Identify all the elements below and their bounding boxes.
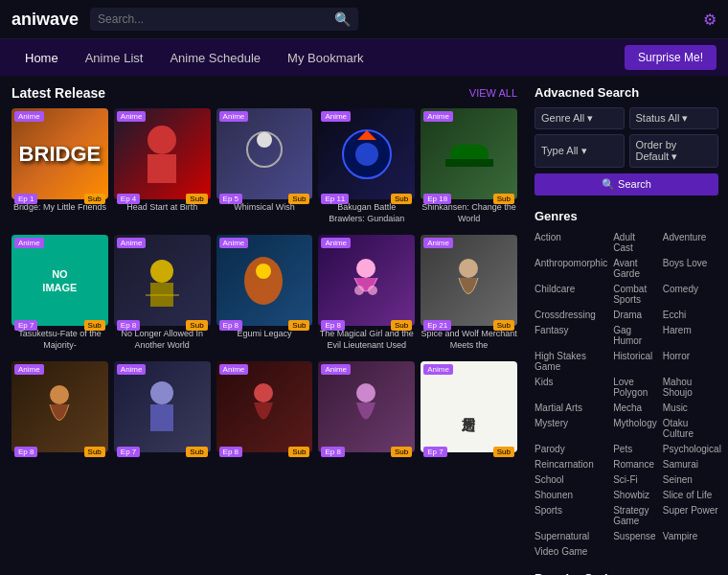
genre-item-vampire[interactable]: Vampire <box>663 530 721 542</box>
anime-card-nolonger[interactable]: Anime Ep 8 Sub No Longer Allowed In Anot… <box>114 235 211 352</box>
genre-item-adult-cast[interactable]: Adult Cast <box>613 231 657 254</box>
genre-item-seinen[interactable]: Seinen <box>663 473 721 486</box>
genre-item-video-game[interactable]: Video Game <box>535 545 607 558</box>
anime-card-spice[interactable]: Anime Ep 21 Sub Spice and Wolf Merchant … <box>421 235 517 352</box>
genre-item-music[interactable]: Music <box>663 402 721 414</box>
genre-item-suspense[interactable]: Suspense <box>613 530 657 542</box>
card-title: Shinkansen: Change the World <box>421 202 517 225</box>
anime-card-egumi[interactable]: Anime Ep 8 Sub Egumi Legacy <box>216 235 313 352</box>
genre-item-shounen[interactable]: Shounen <box>535 489 607 501</box>
badge-anime: Anime <box>219 111 249 122</box>
badge-ep: Ep 8 <box>14 447 37 457</box>
genre-item-anthropomorphic[interactable]: Anthropomorphic <box>535 257 607 280</box>
genre-item-horror[interactable]: Horror <box>663 350 721 373</box>
genre-item-super-power[interactable]: Super Power <box>663 504 721 527</box>
badge-anime: Anime <box>423 364 453 375</box>
genre-item-mystery[interactable]: Mystery <box>535 417 607 440</box>
anime-card-r3[interactable]: Anime Ep 8 Sub <box>216 361 313 478</box>
genre-item-otaku-culture[interactable]: Otaku Culture <box>663 417 721 440</box>
surprise-button[interactable]: Surprise Me! <box>625 45 717 70</box>
genre-item-historical[interactable]: Historical <box>613 350 657 373</box>
order-select[interactable]: Order by Default ▾ <box>629 134 719 168</box>
genre-item-mythology[interactable]: Mythology <box>613 417 657 440</box>
svg-point-19 <box>254 383 273 402</box>
search-bar[interactable]: 🔍 <box>90 8 358 31</box>
genre-item-drama[interactable]: Drama <box>613 309 657 321</box>
svg-point-20 <box>356 383 375 402</box>
genre-item-comedy[interactable]: Comedy <box>663 283 721 306</box>
view-all-link[interactable]: VIEW ALL <box>469 87 517 99</box>
genre-item-love-polygon[interactable]: Love Polygon <box>613 376 657 399</box>
genre-item-supernatural[interactable]: Supernatural <box>535 530 607 542</box>
genre-item-avant-garde[interactable]: Avant Garde <box>613 257 657 280</box>
genre-item-adventure[interactable]: Adventure <box>663 231 721 254</box>
anime-card-whimsical[interactable]: Anime Ep 5 Sub Whimsical Wish <box>216 108 313 225</box>
badge-sub: Sub <box>186 194 207 204</box>
anime-card-bridge[interactable]: BRIDGE Anime Ep 1 Sub Bridge: My Little … <box>11 108 108 225</box>
genre-item-fantasy[interactable]: Fantasy <box>535 324 607 347</box>
genre-item-samurai[interactable]: Samurai <box>663 458 721 471</box>
card-title <box>421 455 517 478</box>
genre-item-crossdressing[interactable]: Crossdressing <box>535 309 607 321</box>
latest-release-header: Latest Release VIEW ALL <box>11 85 517 101</box>
nav-home[interactable]: Home <box>11 41 72 75</box>
anime-card-shinkansen[interactable]: Anime Ep 18 Sub Shinkansen: Change the W… <box>421 108 517 225</box>
badge-sub: Sub <box>288 320 309 331</box>
anime-card-r5[interactable]: 周芝居 Anime Ep 7 Sub <box>421 361 517 478</box>
genre-item-pets[interactable]: Pets <box>613 443 657 455</box>
genre-item-kids[interactable]: Kids <box>535 376 607 399</box>
anime-card-bakugan[interactable]: Anime Ep 11 Sub Bakugan Battle Brawlers:… <box>318 108 415 225</box>
anime-card-r2[interactable]: Anime Ep 7 Sub <box>114 361 211 478</box>
type-select[interactable]: Type All ▾ <box>535 134 625 168</box>
card-title <box>216 455 313 478</box>
settings-icon[interactable]: ⚙ <box>703 11 717 29</box>
genre-item-mecha[interactable]: Mecha <box>613 402 657 414</box>
badge-ep: Ep 21 <box>423 320 451 331</box>
genre-item-strategy-game[interactable]: Strategy Game <box>613 504 657 527</box>
genre-item-mahou-shoujo[interactable]: Mahou Shoujo <box>663 376 721 399</box>
logo[interactable]: aniwave <box>11 10 79 30</box>
genre-item-boys-love[interactable]: Boys Love <box>663 257 721 280</box>
badge-anime: Anime <box>14 111 44 122</box>
genre-item-romance[interactable]: Romance <box>613 458 657 471</box>
logo-text: ani <box>11 10 36 29</box>
anime-card-headstart[interactable]: Anime Ep 4 Sub Head Start at Birth <box>114 108 211 225</box>
genre-item-ecchi[interactable]: Ecchi <box>663 309 721 321</box>
genre-item-martial-arts[interactable]: Martial Arts <box>535 402 607 414</box>
genre-select[interactable]: Genre All ▾ <box>535 107 625 129</box>
nav-anime-schedule[interactable]: Anime Schedule <box>156 41 274 75</box>
status-select[interactable]: Status All ▾ <box>629 107 719 129</box>
card-title: Head Start at Birth <box>114 202 211 225</box>
svg-point-11 <box>256 264 271 279</box>
genre-item-reincarnation[interactable]: Reincarnation <box>535 458 607 471</box>
genre-item-slice-of-life[interactable]: Slice of Life <box>663 489 721 501</box>
genre-item-showbiz[interactable]: Showbiz <box>613 489 657 501</box>
genre-item-psychological[interactable]: Psychological <box>663 443 721 455</box>
anime-card-r4[interactable]: Anime Ep 8 Sub <box>318 361 415 478</box>
nav-anime-list[interactable]: Anime List <box>72 41 157 75</box>
genre-item-harem[interactable]: Harem <box>663 324 721 347</box>
genre-item-sports[interactable]: Sports <box>535 504 607 527</box>
badge-sub: Sub <box>186 320 207 331</box>
genre-item-parody[interactable]: Parody <box>535 443 607 455</box>
svg-rect-18 <box>150 404 173 431</box>
badge-sub: Sub <box>288 194 309 204</box>
badge-sub: Sub <box>391 320 412 331</box>
anime-card-magical[interactable]: Anime Ep 8 Sub The Magical Girl and the … <box>318 235 415 352</box>
nav-my-bookmark[interactable]: My Bookmark <box>274 41 376 75</box>
card-title: Egumi Legacy <box>216 329 313 352</box>
badge-sub: Sub <box>84 447 105 457</box>
badge-anime: Anime <box>117 111 147 122</box>
genre-item-sci-fi[interactable]: Sci-Fi <box>613 473 657 486</box>
genre-item-high-stakes-game[interactable]: High Stakes Game <box>535 350 607 373</box>
genre-item-gag-humor[interactable]: Gag Humor <box>613 324 657 347</box>
anime-card-r1[interactable]: Anime Ep 8 Sub <box>11 361 108 478</box>
genre-item-combat-sports[interactable]: Combat Sports <box>613 283 657 306</box>
genre-item-action[interactable]: Action <box>535 231 607 254</box>
genre-item-school[interactable]: School <box>535 473 607 486</box>
anime-card-tasuketsu[interactable]: NO IMAGE Anime Ep 7 Sub Tasuketsu-Fate o… <box>11 235 108 352</box>
genre-item-childcare[interactable]: Childcare <box>535 283 607 306</box>
search-input[interactable] <box>98 12 334 26</box>
anime-grid-row2: NO IMAGE Anime Ep 7 Sub Tasuketsu-Fate o… <box>11 235 517 352</box>
advanced-search-button[interactable]: 🔍 Search <box>535 173 718 196</box>
